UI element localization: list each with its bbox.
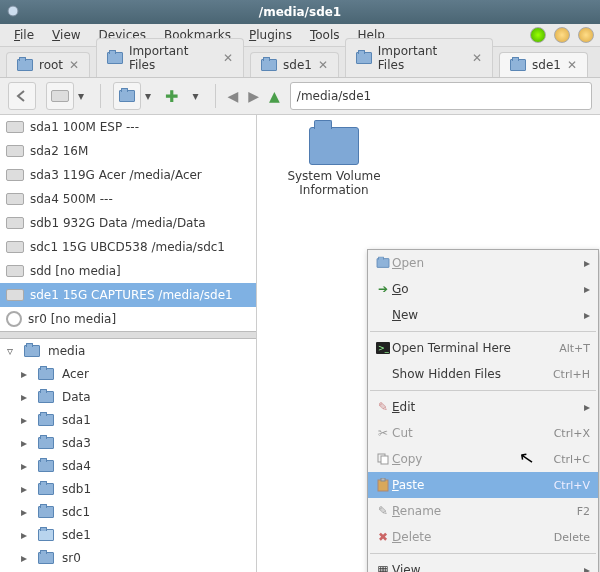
path-input[interactable]: /media/sde1 <box>290 82 592 110</box>
device-row[interactable]: sda1 100M ESP --- <box>0 115 256 139</box>
tab[interactable]: Important Files✕ <box>345 38 493 77</box>
context-menu-item: ✎RenameF2 <box>368 498 598 524</box>
tree-label: sdc1 <box>62 505 90 519</box>
expand-icon[interactable]: ▸ <box>18 367 30 381</box>
menu-item-label: Open Terminal Here <box>392 341 559 355</box>
drive-button[interactable] <box>46 82 74 110</box>
menu-file[interactable]: File <box>6 26 42 44</box>
folder-icon <box>510 59 526 71</box>
device-row[interactable]: sda3 119G Acer /media/Acer <box>0 163 256 187</box>
context-menu-item: Open <box>368 250 598 276</box>
context-menu-item[interactable]: Show Hidden FilesCtrl+H <box>368 361 598 387</box>
folder-dropdown-icon[interactable]: ▾ <box>141 89 155 103</box>
context-menu-item[interactable]: ✎Edit <box>368 394 598 420</box>
tree-row[interactable]: ▿media <box>0 339 256 362</box>
expand-icon[interactable]: ▸ <box>18 482 30 496</box>
menu-tools[interactable]: Tools <box>302 26 348 44</box>
menu-plugins[interactable]: Plugins <box>241 26 300 44</box>
expand-icon[interactable]: ▸ <box>18 528 30 542</box>
cut-icon: ✂ <box>374 426 392 440</box>
nav-left-icon[interactable]: ◀ <box>228 88 239 104</box>
menu-item-label: Show Hidden Files <box>392 367 553 381</box>
device-row[interactable]: sda4 500M --- <box>0 187 256 211</box>
folder-tree: ▿media▸Acer▸Data▸sda1▸sda3▸sda4▸sdb1▸sdc… <box>0 339 256 572</box>
folder-icon <box>24 345 40 357</box>
svg-rect-6 <box>381 478 385 481</box>
expand-icon[interactable]: ▸ <box>18 390 30 404</box>
tree-row[interactable]: ▸sda1 <box>0 408 256 431</box>
device-row[interactable]: sdc1 15G UBCD538 /media/sdc1 <box>0 235 256 259</box>
open-folder-button[interactable] <box>113 82 141 110</box>
device-row[interactable]: sr0 [no media] <box>0 307 256 331</box>
close-icon[interactable]: ✕ <box>567 58 577 72</box>
pane-splitter[interactable] <box>0 331 256 339</box>
svg-text:>_: >_ <box>378 344 390 353</box>
collapse-icon[interactable]: ▿ <box>4 344 16 358</box>
folder-icon <box>356 52 372 64</box>
menu-view[interactable]: View <box>44 26 88 44</box>
tree-row[interactable]: ▸sr0 <box>0 546 256 569</box>
tab[interactable]: sde1✕ <box>499 52 588 77</box>
device-label: sdd [no media] <box>30 264 121 278</box>
tree-label: sr0 <box>62 551 81 565</box>
tree-row[interactable]: ▸sda4 <box>0 454 256 477</box>
menu-item-label: Cut <box>392 426 554 440</box>
tree-row[interactable]: ▸sde1 <box>0 523 256 546</box>
tree-row[interactable]: ▸Acer <box>0 362 256 385</box>
device-row[interactable]: sdb1 932G Data /media/Data <box>0 211 256 235</box>
folder-icon <box>38 529 54 541</box>
tree-row[interactable]: ▸sdc1 <box>0 500 256 523</box>
drive-icon <box>6 217 24 229</box>
menu-item-accel: F2 <box>577 505 590 518</box>
tree-row[interactable]: ▸sda3 <box>0 431 256 454</box>
context-menu: Open➔GoNew>_Open Terminal HereAlt+TShow … <box>367 249 599 572</box>
drive-icon <box>51 90 69 102</box>
device-label: sda1 100M ESP --- <box>30 120 139 134</box>
expand-icon[interactable]: ▸ <box>18 505 30 519</box>
device-row[interactable]: sda2 16M <box>0 139 256 163</box>
device-row[interactable]: sdd [no media] <box>0 259 256 283</box>
file-view[interactable]: System Volume Information Open➔GoNew>_Op… <box>257 115 600 572</box>
expand-icon[interactable]: ▸ <box>18 436 30 450</box>
back-button[interactable] <box>8 82 36 110</box>
close-icon[interactable]: ✕ <box>69 58 79 72</box>
nav-right-icon[interactable]: ▶ <box>248 88 259 104</box>
context-menu-item[interactable]: >_Open Terminal HereAlt+T <box>368 335 598 361</box>
menu-item-label: View <box>392 563 578 572</box>
expand-icon[interactable]: ▸ <box>18 551 30 565</box>
context-menu-item[interactable]: PasteCtrl+V <box>368 472 598 498</box>
tree-label: sda4 <box>62 459 91 473</box>
tree-label: sda1 <box>62 413 91 427</box>
context-menu-item[interactable]: ▦View <box>368 557 598 572</box>
expand-icon[interactable]: ▸ <box>18 459 30 473</box>
tab-label: sde1 <box>532 58 561 72</box>
tree-row[interactable]: ▸Data <box>0 385 256 408</box>
device-row[interactable]: sde1 15G CAPTURES /media/sde1 <box>0 283 256 307</box>
tree-row[interactable]: ▸sdb1 <box>0 477 256 500</box>
window-menu-icon[interactable] <box>6 4 20 18</box>
context-menu-item: CopyCtrl+C <box>368 446 598 472</box>
drive-icon <box>6 121 24 133</box>
tab-label: Important Files <box>129 44 217 72</box>
nav-up-icon[interactable]: ▲ <box>269 88 280 104</box>
close-icon[interactable]: ✕ <box>223 51 233 65</box>
folder-icon <box>107 52 123 64</box>
tab[interactable]: root✕ <box>6 52 90 77</box>
tab[interactable]: sde1✕ <box>250 52 339 77</box>
context-menu-item[interactable]: ➔Go <box>368 276 598 302</box>
folder-icon <box>119 90 135 102</box>
drive-dropdown-icon[interactable]: ▾ <box>74 89 88 103</box>
device-label: sda3 119G Acer /media/Acer <box>30 168 202 182</box>
copy-icon <box>374 453 392 465</box>
close-icon[interactable]: ✕ <box>318 58 328 72</box>
tab[interactable]: Important Files✕ <box>96 38 244 77</box>
expand-icon[interactable]: ▸ <box>18 413 30 427</box>
tree-label: Data <box>62 390 91 404</box>
device-label: sr0 [no media] <box>28 312 116 326</box>
add-icon[interactable]: ✚ <box>165 87 178 106</box>
context-menu-item[interactable]: New <box>368 302 598 328</box>
close-icon[interactable]: ✕ <box>472 51 482 65</box>
file-item[interactable]: System Volume Information <box>279 127 389 197</box>
drive-icon <box>6 193 24 205</box>
folder-icon <box>38 391 54 403</box>
